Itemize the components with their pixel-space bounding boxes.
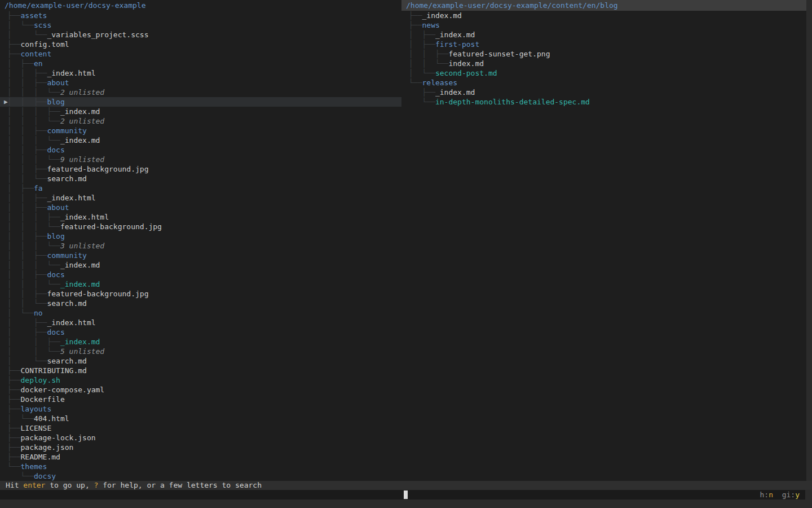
tree-row[interactable]: ├──docker-compose.yaml bbox=[0, 385, 401, 395]
bottom-margin-strip bbox=[0, 500, 812, 508]
text-cursor-icon bbox=[404, 491, 408, 499]
tree-row[interactable]: │ │ ├──about bbox=[0, 78, 401, 87]
dir-name: assets bbox=[20, 11, 47, 20]
tree-row[interactable]: ├──assets bbox=[0, 11, 401, 20]
tree-branch-lines: │ └── bbox=[7, 21, 34, 29]
tree-row[interactable]: ├──package.json bbox=[0, 443, 401, 452]
file-name: _index.html bbox=[60, 213, 109, 221]
tree-branch-lines: ├── bbox=[7, 386, 20, 394]
tree-row[interactable]: │ │ └──5 unlisted bbox=[0, 347, 401, 356]
tree-row[interactable]: │ └──second-post.md bbox=[401, 68, 806, 78]
tree-branch-lines: ├── bbox=[7, 11, 20, 20]
file-name: _index.md bbox=[435, 30, 475, 39]
tree-row[interactable]: └──docsy bbox=[0, 471, 401, 481]
file-name: search.md bbox=[47, 174, 86, 183]
tree-row[interactable]: └──releases bbox=[401, 78, 806, 87]
tree-row[interactable]: │ ├──docs bbox=[0, 327, 401, 337]
tree-row[interactable]: │ ├──_index.md bbox=[401, 30, 806, 40]
dir-name: news bbox=[422, 21, 439, 29]
command-input[interactable]: :e h:n gi:y bbox=[0, 490, 805, 500]
tree-row[interactable]: │ │ │ └──2 unlisted bbox=[0, 87, 401, 97]
tree-row[interactable]: └──in-depth-monoliths-detailed-spec.md bbox=[401, 97, 806, 107]
dir-name: docs bbox=[47, 328, 64, 336]
tree-row[interactable]: │ └──_variables_project.scss bbox=[0, 30, 401, 40]
tree-row[interactable]: ├──deploy.sh bbox=[0, 375, 401, 385]
tree-branch-lines: │ │ │ ├── bbox=[7, 213, 60, 221]
tree-branch-lines: │ │ ├── bbox=[7, 270, 47, 279]
file-name: _index.html bbox=[47, 194, 95, 202]
tree-branch-lines: ├── bbox=[7, 405, 20, 413]
tree-branch-lines: ├── bbox=[7, 443, 20, 452]
file-name: _index.md bbox=[435, 88, 475, 97]
unlisted-count: 5 unlisted bbox=[60, 347, 104, 356]
tree-row[interactable]: │ │ │ └──_index.md bbox=[0, 260, 401, 270]
panel-right: /home/example-user/docsy-example/content… bbox=[401, 0, 806, 481]
tree-row[interactable]: │ │ └──index.md bbox=[401, 59, 806, 68]
right-margin-strip bbox=[806, 0, 812, 481]
tree-branch-lines: ├── bbox=[409, 21, 422, 29]
file-name: in-depth-monoliths-detailed-spec.md bbox=[435, 98, 590, 106]
tree-row[interactable]: ├──_index.md bbox=[401, 87, 806, 97]
tree-row[interactable]: │ └──search.md bbox=[0, 356, 401, 366]
tree-branch-lines: │ └── bbox=[7, 414, 34, 423]
tree-row[interactable]: │ │ ├──community bbox=[0, 251, 401, 260]
dir-name: first-post bbox=[435, 40, 479, 49]
tree-row[interactable]: │ │ │ └──3 unlisted bbox=[0, 241, 401, 251]
tree-row[interactable]: ├──package-lock.json bbox=[0, 433, 401, 443]
tree-branch-lines: │ │ │ └── bbox=[7, 136, 60, 144]
tree-row[interactable]: │ │ └──search.md bbox=[0, 299, 401, 308]
tree-row[interactable]: │ │ ├──_index.html bbox=[0, 193, 401, 203]
tree-row[interactable]: ├──Dockerfile bbox=[0, 395, 401, 404]
tree-row[interactable]: ├──content bbox=[0, 49, 401, 59]
tree-row[interactable]: │ │ ├──featured-sunset-get.png bbox=[401, 49, 806, 59]
tree-row[interactable]: │ │ │ └──9 unlisted bbox=[0, 155, 401, 164]
tree-row[interactable]: │ └──scss bbox=[0, 20, 401, 30]
tree-row[interactable]: │ │ ├──about bbox=[0, 203, 401, 212]
dir-name: community bbox=[47, 251, 86, 260]
tree-branch-lines: │ └── bbox=[409, 69, 435, 77]
tree-row[interactable]: ├──config.toml bbox=[0, 40, 401, 49]
file-name: config.toml bbox=[20, 40, 69, 49]
tree-row[interactable]: │ │ ├──_index.md bbox=[0, 337, 401, 347]
tree-row[interactable]: │ │ ├──featured-background.jpg bbox=[0, 164, 401, 174]
tree-row[interactable]: │ │ │ ├──_index.md bbox=[0, 107, 401, 116]
tree-row[interactable]: ├──_index.md bbox=[401, 11, 806, 20]
tree-branch-lines: └── bbox=[409, 78, 422, 87]
tree-row[interactable]: │ │ │ └──featured-background.jpg bbox=[0, 222, 401, 231]
tree-row[interactable]: ▶│ │ ├──blog bbox=[0, 97, 401, 107]
tree-branch-lines: ├── bbox=[7, 50, 20, 58]
tree-branch-lines: │ │ └── bbox=[7, 347, 60, 356]
tree-row[interactable]: │ │ ├──docs bbox=[0, 145, 401, 155]
status-bar: Hit enter to go up, ? for help, or a few… bbox=[0, 481, 812, 490]
tree-row[interactable]: │ ├──en bbox=[0, 59, 401, 68]
tree-row[interactable]: │ └──no bbox=[0, 308, 401, 318]
tree-branch-lines: │ │ │ └── bbox=[7, 88, 60, 97]
tree-row[interactable]: ├──CONTRIBUTING.md bbox=[0, 366, 401, 375]
tree-row[interactable]: ├──layouts bbox=[0, 404, 401, 414]
tree-row[interactable]: │ │ ├──docs bbox=[0, 270, 401, 279]
tree-branch-lines: │ ├── bbox=[409, 40, 435, 49]
file-name: _variables_project.scss bbox=[47, 30, 148, 39]
tree-row[interactable]: │ ├──first-post bbox=[401, 40, 806, 49]
tree-row[interactable]: └──themes bbox=[0, 462, 401, 471]
tree-branch-lines: │ │ ├── bbox=[409, 50, 448, 58]
tree-row[interactable]: │ │ └──search.md bbox=[0, 174, 401, 183]
tree-row[interactable]: ├──README.md bbox=[0, 452, 401, 462]
tree-row[interactable]: │ │ │ └──2 unlisted bbox=[0, 116, 401, 126]
flag-value: y bbox=[795, 491, 800, 499]
tree-row[interactable]: │ ├──_index.html bbox=[0, 318, 401, 327]
tree-row[interactable]: │ │ ├──community bbox=[0, 126, 401, 135]
tree-row[interactable]: │ │ ├──_index.html bbox=[0, 68, 401, 78]
tree-row[interactable]: ├──news bbox=[401, 20, 806, 30]
file-name: package.json bbox=[20, 443, 73, 452]
tree-row[interactable]: │ │ │ └──_index.md bbox=[0, 279, 401, 289]
tree-row[interactable]: │ │ │ ├──_index.html bbox=[0, 212, 401, 222]
tree-row[interactable]: │ ├──fa bbox=[0, 183, 401, 193]
tree-row[interactable]: │ └──404.html bbox=[0, 414, 401, 423]
tree-row[interactable]: ├──LICENSE bbox=[0, 423, 401, 433]
file-name: _index.md bbox=[60, 338, 100, 346]
tree-row[interactable]: │ │ ├──featured-background.jpg bbox=[0, 289, 401, 299]
tree-row[interactable]: │ │ │ └──_index.md bbox=[0, 135, 401, 145]
tree-row[interactable]: │ │ ├──blog bbox=[0, 231, 401, 241]
file-name: LICENSE bbox=[20, 424, 51, 432]
